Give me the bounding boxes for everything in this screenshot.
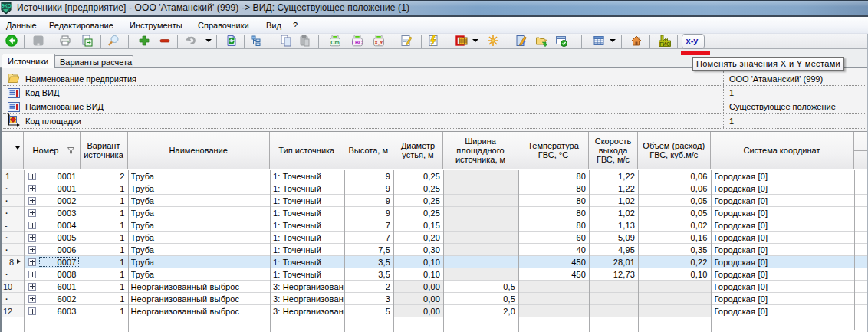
svg-text:Cm: Cm [330,40,339,45]
svg-text:ЭКО: ЭКО [1,3,12,8]
svg-text:X,Y: X,Y [374,40,383,46]
svg-text:ГИС: ГИС [659,41,670,47]
svg-text:ГВС: ГВС [352,40,363,45]
